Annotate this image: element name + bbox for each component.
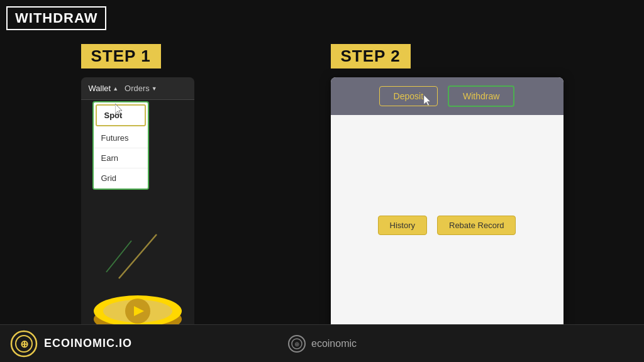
step2-browser-header: Deposit Withdraw — [331, 77, 564, 115]
cursor2-icon — [424, 95, 432, 107]
bottom-bar: ⊕ ECOINOMIC.IO ⊕ ecoinomic — [0, 324, 644, 362]
step1-section: STEP 1 Wallet ▲ Orders ▼ Spot Futures Ea… — [81, 44, 194, 335]
orders-nav[interactable]: Orders ▼ — [125, 84, 157, 93]
svg-text:⊕: ⊕ — [20, 339, 28, 349]
step1-phone: Wallet ▲ Orders ▼ Spot Futures Earn Grid — [81, 77, 194, 335]
step1-label: STEP 1 — [81, 44, 161, 69]
ecoinomic-logo: ⊕ — [10, 330, 38, 358]
center-brand-text: ecoinomic — [311, 338, 357, 349]
svg-text:⊕: ⊕ — [294, 341, 299, 348]
step2-label: STEP 2 — [331, 44, 411, 69]
history-button[interactable]: History — [378, 216, 427, 235]
svg-line-0 — [119, 234, 157, 278]
withdraw-button[interactable]: Withdraw — [448, 85, 514, 107]
step2-browser: Deposit Withdraw History Rebate Record — [331, 77, 564, 335]
step2-section: STEP 2 Deposit Withdraw History Rebate R… — [331, 44, 564, 335]
main-content: STEP 1 Wallet ▲ Orders ▼ Spot Futures Ea… — [0, 31, 644, 324]
step2-browser-body: History Rebate Record — [331, 115, 564, 335]
phone-header: Wallet ▲ Orders ▼ — [81, 77, 194, 100]
dropdown-futures[interactable]: Futures — [94, 128, 148, 148]
deco-lines — [81, 216, 194, 291]
cursor-icon — [115, 104, 124, 116]
bottom-left-brand: ⊕ ECOINOMIC.IO — [10, 330, 132, 358]
rebate-record-button[interactable]: Rebate Record — [437, 216, 516, 235]
withdraw-banner: WITHDRAW — [6, 6, 106, 30]
wallet-nav[interactable]: Wallet ▲ — [89, 84, 119, 93]
brand-text: ECOINOMIC.IO — [44, 337, 132, 350]
center-brand: ⊕ ecoinomic — [287, 334, 357, 353]
dropdown-grid[interactable]: Grid — [94, 168, 148, 189]
dropdown-earn[interactable]: Earn — [94, 148, 148, 168]
